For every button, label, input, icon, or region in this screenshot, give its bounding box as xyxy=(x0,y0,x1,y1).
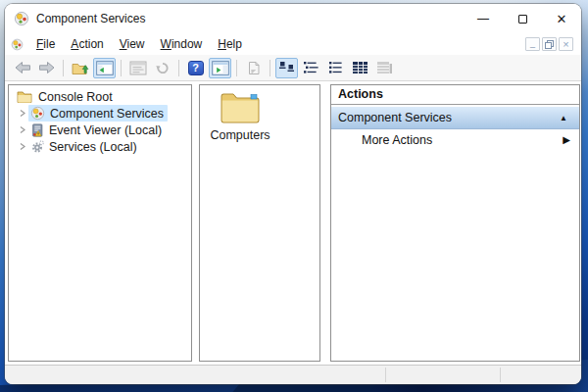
tree-item-label: Console Root xyxy=(38,90,113,104)
component-services-icon xyxy=(30,106,45,121)
console-tree-icon xyxy=(96,61,114,75)
menu-bar: File Action View Window Help _ × xyxy=(5,33,581,55)
title-bar: Component Services — ✕ xyxy=(5,4,581,33)
tree-item-label: Component Services xyxy=(50,107,164,121)
window-controls: — ✕ xyxy=(464,4,581,33)
services-icon xyxy=(30,140,44,154)
help-button[interactable]: ? xyxy=(184,58,207,78)
show-hide-console-tree-button[interactable] xyxy=(93,58,116,78)
actions-pane-title: Actions xyxy=(331,85,579,105)
collapse-arrow-icon[interactable]: ▲ xyxy=(560,114,567,122)
customize-view-icon xyxy=(376,61,393,74)
tree-item-component-services[interactable]: Component Services xyxy=(9,105,191,122)
status-bar-separator xyxy=(385,368,386,382)
child-close-icon: × xyxy=(563,39,568,50)
close-icon: ✕ xyxy=(557,12,567,26)
tree-item-services[interactable]: Services (Local) xyxy=(9,138,191,155)
minimize-button[interactable]: — xyxy=(464,4,503,33)
child-restore-button[interactable] xyxy=(542,37,557,51)
menu-window[interactable]: Window xyxy=(153,35,211,53)
export-list-icon xyxy=(246,61,262,75)
window-title: Component Services xyxy=(36,12,145,25)
child-close-button[interactable]: × xyxy=(559,37,573,51)
refresh-icon xyxy=(155,61,171,75)
list-item-label: Computers xyxy=(210,128,270,142)
console-icon xyxy=(11,38,24,51)
help-icon: ? xyxy=(188,61,204,75)
small-icons-view-button[interactable] xyxy=(300,58,322,78)
actions-pane: Actions Component Services ▲ More Action… xyxy=(330,84,580,362)
details-view-icon xyxy=(352,61,368,74)
details-view-button[interactable] xyxy=(349,58,371,78)
app-icon xyxy=(14,11,29,26)
actions-section-label: Component Services xyxy=(338,111,452,124)
toolbar-separator xyxy=(63,60,64,76)
expand-chevron-icon[interactable] xyxy=(16,142,28,151)
forward-icon xyxy=(38,61,56,74)
desktop: Component Services — ✕ File Action View … xyxy=(0,0,588,392)
actions-section-component-services[interactable]: Component Services ▲ xyxy=(331,107,579,129)
action-pane-icon xyxy=(212,61,229,75)
back-icon xyxy=(14,61,31,74)
menu-action[interactable]: Action xyxy=(63,35,111,53)
status-bar-separator xyxy=(500,368,501,382)
refresh-button[interactable] xyxy=(151,58,173,78)
tree-item-label: Event Viewer (Local) xyxy=(49,123,162,137)
small-icons-view-icon xyxy=(303,61,319,74)
up-one-level-button[interactable] xyxy=(69,58,91,78)
menu-help[interactable]: Help xyxy=(210,35,250,53)
menu-view[interactable]: View xyxy=(112,35,153,53)
toolbar-separator xyxy=(121,60,122,76)
up-one-level-icon xyxy=(72,61,89,75)
close-button[interactable]: ✕ xyxy=(542,4,581,33)
expand-chevron-icon[interactable] xyxy=(16,125,28,134)
status-bar xyxy=(5,365,581,384)
expand-right-arrow-icon: ▶ xyxy=(563,134,570,145)
toolbar-separator xyxy=(236,60,237,76)
component-services-window: Component Services — ✕ File Action View … xyxy=(5,4,581,384)
results-pane: Computers xyxy=(199,84,320,362)
large-icons-view-button[interactable] xyxy=(275,58,298,78)
list-view-icon xyxy=(327,61,344,74)
console-content: Console Root xyxy=(5,81,581,365)
folder-icon xyxy=(17,90,32,103)
child-restore-icon xyxy=(545,40,554,49)
event-viewer-icon xyxy=(30,123,44,137)
tree-selection: Component Services xyxy=(28,105,168,122)
properties-button[interactable] xyxy=(126,58,149,78)
console-tree: Console Root xyxy=(9,85,191,155)
list-item-computers[interactable]: Computers xyxy=(206,90,274,142)
folder-icon xyxy=(219,90,262,125)
properties-icon xyxy=(129,61,147,75)
maximize-icon xyxy=(518,15,527,24)
minimize-icon: — xyxy=(477,12,489,25)
tree-item-event-viewer[interactable]: Event Viewer (Local) xyxy=(9,122,191,138)
maximize-button[interactable] xyxy=(503,4,542,33)
expand-chevron-icon[interactable] xyxy=(16,109,28,118)
customize-view-button[interactable] xyxy=(373,58,396,78)
menu-file[interactable]: File xyxy=(28,35,63,53)
toolbar-separator xyxy=(270,60,270,76)
child-minimize-icon: _ xyxy=(530,39,535,48)
show-hide-action-pane-button[interactable] xyxy=(209,58,231,78)
child-window-controls: _ × xyxy=(525,37,575,51)
list-view-button[interactable] xyxy=(324,58,347,78)
large-icons-view-icon xyxy=(278,61,295,74)
console-tree-pane: Console Root xyxy=(8,84,192,362)
export-list-button[interactable] xyxy=(242,58,265,78)
more-actions-label: More Actions xyxy=(362,133,432,147)
more-actions-item[interactable]: More Actions ▶ xyxy=(331,129,579,150)
tree-item-console-root[interactable]: Console Root xyxy=(9,88,191,105)
forward-button[interactable] xyxy=(35,58,58,78)
toolbar: ? xyxy=(5,55,581,81)
tree-item-label: Services (Local) xyxy=(49,140,137,154)
toolbar-separator xyxy=(178,60,179,76)
child-minimize-button[interactable]: _ xyxy=(525,37,540,51)
back-button[interactable] xyxy=(11,58,33,78)
